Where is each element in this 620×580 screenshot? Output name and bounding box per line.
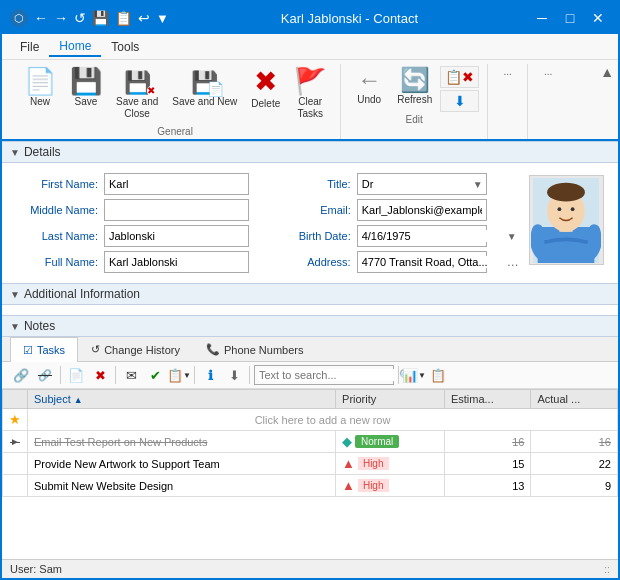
- save-close-button[interactable]: 💾 ✖ Save andClose: [110, 64, 164, 124]
- down-btn-icon: ⬇: [454, 93, 466, 109]
- phone-numbers-tab-label: Phone Numbers: [224, 344, 304, 356]
- refresh-btn[interactable]: 🔄 Refresh: [391, 64, 438, 110]
- save-button[interactable]: 💾 Save: [64, 64, 108, 112]
- link-btn[interactable]: 🔗: [10, 365, 32, 385]
- estimate-3: 13: [444, 475, 531, 497]
- add-row-cell[interactable]: Click here to add a new row: [28, 409, 618, 431]
- delete-button[interactable]: ✖ Delete: [245, 64, 286, 114]
- undo-btn-icon: ←: [357, 68, 381, 92]
- sep4: [249, 366, 250, 384]
- clipboard-icon[interactable]: 📋: [115, 10, 132, 26]
- unlink-btn[interactable]: 🔗: [34, 365, 56, 385]
- title-input[interactable]: [358, 178, 470, 190]
- app-icon: ⬡: [10, 9, 28, 27]
- birth-date-dropdown-icon[interactable]: ▼: [504, 231, 520, 242]
- priority-1: ◆ Normal: [336, 431, 445, 453]
- middle-name-input[interactable]: [104, 199, 249, 221]
- clipboard-x-btn[interactable]: 📋✖: [440, 66, 479, 88]
- details-arrow: ▼: [10, 147, 20, 158]
- down-btn[interactable]: ⬇: [440, 90, 479, 112]
- down-task-btn[interactable]: ⬇: [223, 365, 245, 385]
- new-button[interactable]: 📄 New: [18, 64, 62, 112]
- svg-point-5: [558, 207, 562, 211]
- email-input[interactable]: [357, 199, 487, 221]
- star-row: ★ Click here to add a new row: [3, 409, 618, 431]
- clear-tasks-label: ClearTasks: [297, 96, 323, 120]
- save-icon[interactable]: 💾: [92, 10, 109, 26]
- col-indicator: [3, 390, 28, 409]
- notes-label: Notes: [24, 319, 55, 333]
- sep2: [115, 366, 116, 384]
- down-task-icon: ⬇: [229, 368, 240, 383]
- address-input[interactable]: [358, 256, 504, 268]
- sep3: [194, 366, 195, 384]
- svg-point-4: [547, 182, 585, 201]
- ribbon-group-general: 📄 New 💾 Save 💾 ✖ Save andClose: [10, 64, 341, 139]
- clear-tasks-button[interactable]: 🚩 ClearTasks: [288, 64, 332, 124]
- search-input[interactable]: [259, 369, 397, 381]
- title-dropdown-icon[interactable]: ▼: [470, 179, 486, 190]
- subject-header: Subject: [34, 393, 71, 405]
- first-name-input[interactable]: [104, 173, 249, 195]
- col-priority[interactable]: Priority: [336, 390, 445, 409]
- full-name-input[interactable]: [104, 251, 249, 273]
- maximize-button[interactable]: □: [558, 6, 582, 30]
- delete-task-icon: ✖: [95, 368, 106, 383]
- title-label: Title:: [282, 171, 357, 197]
- birth-date-input[interactable]: [358, 230, 504, 242]
- details-section-header[interactable]: ▼ Details: [2, 141, 618, 163]
- close-button[interactable]: ✕: [586, 6, 610, 30]
- refresh-icon[interactable]: ↺: [74, 10, 86, 26]
- full-name-label: Full Name:: [14, 249, 104, 275]
- forward-icon[interactable]: →: [54, 10, 68, 26]
- report-btn[interactable]: 📋: [427, 365, 449, 385]
- table-row[interactable]: ► Email Test Report on New Products ◆ No…: [3, 431, 618, 453]
- tasks-table: Subject ▲ Priority Estima... Actual ... …: [2, 389, 618, 497]
- actual-2: 22: [531, 453, 618, 475]
- user-label: User: Sam: [10, 563, 62, 575]
- change-history-tab-icon: ↺: [91, 343, 100, 356]
- info-btn[interactable]: ℹ: [199, 365, 221, 385]
- new-doc-icon: 📄: [68, 368, 84, 383]
- additional-info-header[interactable]: ▼ Additional Information: [2, 283, 618, 305]
- table-row[interactable]: Submit New Website Design ▲ High 13 9: [3, 475, 618, 497]
- new-icon: 📄: [24, 68, 56, 94]
- sort-icon: ▲: [74, 395, 83, 405]
- menu-tools[interactable]: Tools: [101, 38, 149, 56]
- back-icon[interactable]: ←: [34, 10, 48, 26]
- undo-icon[interactable]: ↩: [138, 10, 150, 26]
- new-doc-btn[interactable]: 📄: [65, 365, 87, 385]
- title-bar: ⬡ ← → ↺ 💾 📋 ↩ ▼ Karl Jablonski - Contact…: [2, 2, 618, 34]
- priority-badge-2: ▲ High: [342, 456, 388, 471]
- resize-handle[interactable]: ::: [604, 563, 610, 575]
- col-actual[interactable]: Actual ...: [531, 390, 618, 409]
- assign-task-btn[interactable]: 📋 ▼: [168, 365, 190, 385]
- dropdown-icon[interactable]: ▼: [156, 11, 169, 26]
- export-btn[interactable]: 📊 ▼: [403, 365, 425, 385]
- tab-tasks[interactable]: ☑ Tasks: [10, 337, 78, 362]
- tab-change-history[interactable]: ↺ Change History: [78, 337, 193, 361]
- email-task-btn[interactable]: ✉: [120, 365, 142, 385]
- menu-home[interactable]: Home: [49, 37, 101, 57]
- delete-task-btn[interactable]: ✖: [89, 365, 111, 385]
- change-history-tab-label: Change History: [104, 344, 180, 356]
- priority-label-2: High: [358, 457, 389, 470]
- minimize-button[interactable]: ─: [530, 6, 554, 30]
- unlink-icon: 🔗: [38, 369, 52, 382]
- save-new-button[interactable]: 💾 📄 Save and New: [166, 64, 243, 112]
- undo-btn[interactable]: ← Undo: [349, 64, 389, 110]
- col-estimate[interactable]: Estima...: [444, 390, 531, 409]
- undo-label: Undo: [357, 94, 381, 106]
- ribbon-collapse-button[interactable]: ▲: [600, 64, 614, 80]
- table-row[interactable]: Provide New Artwork to Support Team ▲ Hi…: [3, 453, 618, 475]
- col-subject[interactable]: Subject ▲: [28, 390, 336, 409]
- check-task-btn[interactable]: ✔: [144, 365, 166, 385]
- last-name-input[interactable]: [104, 225, 249, 247]
- tab-phone-numbers[interactable]: 📞 Phone Numbers: [193, 337, 317, 361]
- address-expand-icon[interactable]: …: [504, 255, 522, 269]
- assign-task-dropdown-icon: ▼: [183, 371, 191, 380]
- menu-file[interactable]: File: [10, 38, 49, 56]
- notes-header[interactable]: ▼ Notes: [2, 315, 618, 337]
- subject-2: Provide New Artwork to Support Team: [28, 453, 336, 475]
- export-dropdown-icon: ▼: [418, 371, 426, 380]
